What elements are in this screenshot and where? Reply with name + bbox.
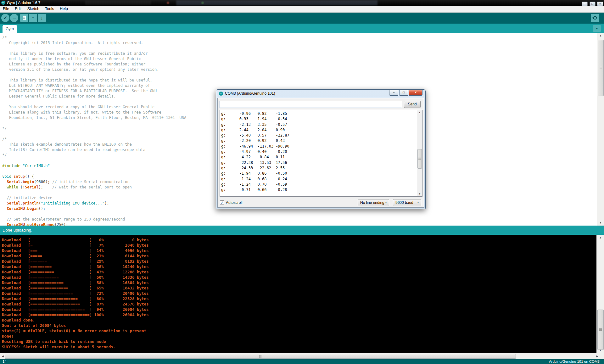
code-line (2, 211, 186, 217)
code-line (2, 72, 186, 78)
code-content: /* Copyright (c) 2015 Intel Corporation.… (2, 35, 186, 226)
console-line: Download [= ] 7% 2048 bytes (2, 243, 149, 248)
autoscroll-checkbox[interactable]: ✓ (220, 200, 224, 205)
serial-monitor-titlebar[interactable]: ∞ COM3 (Arduino/Genuino 101) – □ × (216, 90, 425, 98)
console-line: Download [============== ] 58% 16384 byt… (2, 280, 149, 285)
arduino-logo-icon: ∞ (1, 1, 5, 5)
console-line: Download [======================= ] 94% … (2, 307, 149, 312)
code-line: */ (2, 126, 186, 131)
send-button[interactable]: Send (404, 101, 421, 108)
scroll-down-icon[interactable]: ▼ (597, 349, 604, 352)
titlebar-ghost (176, 0, 378, 5)
horizontal-scrollbar-thumb[interactable] (5, 354, 516, 359)
status-message-bar: Done uploading. (0, 226, 604, 235)
code-line: but WITHOUT ANY WARRANTY; without even t… (2, 83, 186, 88)
maximize-button[interactable]: □ (400, 90, 408, 96)
scroll-down-icon[interactable]: ▼ (597, 221, 604, 224)
editor-scrollbar-thumb[interactable] (598, 40, 604, 96)
console-output: Download [ ] 0% 0 bytesDownload [= ] 7% … (0, 235, 596, 353)
baud-rate-value: 9600 baud (395, 200, 413, 205)
autoscroll-label: Autoscroll (226, 200, 243, 205)
console-line: Download [============ ] 50% 14336 bytes (2, 275, 149, 280)
scroll-right-icon[interactable]: ▶ (595, 355, 599, 358)
close-button[interactable]: × (409, 90, 422, 96)
serial-data-row: g: -1.94 0.86 -0.50 (221, 171, 289, 176)
serial-monitor-controls: ✓ Autoscroll No line ending ▼ 9600 baud … (218, 198, 424, 207)
new-document-icon (23, 16, 26, 20)
serial-vertical-scrollbar[interactable]: ▲ ▼ (417, 110, 422, 196)
upload-button[interactable]: → (10, 14, 18, 22)
serial-monitor-button[interactable] (591, 14, 599, 22)
console-line: Download [=== ] 14% 4096 bytes (2, 248, 149, 253)
serial-data-row: g: -24.33 -22.62 2.55 (221, 165, 289, 171)
scroll-up-icon[interactable]: ▲ (597, 34, 604, 37)
serial-data-row: g: 2.44 2.04 0.90 (221, 127, 289, 133)
console-vertical-scrollbar[interactable]: ▲ ▼ (596, 235, 604, 353)
menu-tools[interactable]: Tools (42, 6, 57, 11)
baud-rate-dropdown[interactable]: 9600 baud ▼ (393, 199, 421, 206)
console-line: Download [================ ] 65% 18432 b… (2, 285, 149, 291)
code-line: Copyright (c) 2015 Intel Corporation. Al… (2, 40, 186, 46)
serial-data-row: g: -1.24 0.70 -0.59 (221, 182, 289, 187)
scroll-down-icon[interactable]: ▼ (417, 193, 422, 195)
code-line: This sketch example demonstrates how the… (2, 142, 186, 147)
serial-data-row: g: -1.24 0.68 -0.24 (221, 176, 289, 182)
console-scrollbar-thumb[interactable] (597, 310, 604, 350)
maximize-button[interactable]: □ (590, 2, 596, 6)
console-line: Download [ ] 0% 0 bytes (2, 237, 149, 243)
serial-input-field[interactable] (220, 101, 402, 108)
chevron-down-icon: ▼ (596, 27, 599, 30)
tab-gyro[interactable]: Gyro (3, 25, 17, 33)
serial-data-row: g: -2.20 0.92 0.43 (221, 138, 289, 143)
console-line: Sent a total of 26084 bytes (2, 323, 149, 328)
code-line: MERCHANTABILITY or FITNESS FOR A PARTICU… (2, 88, 186, 94)
scroll-up-icon[interactable]: ▲ (417, 111, 422, 114)
line-ending-dropdown[interactable]: No line ending ▼ (358, 199, 389, 206)
code-line: This library is distributed in the hope … (2, 78, 186, 83)
new-sketch-button[interactable] (20, 14, 28, 22)
editor-vertical-scrollbar[interactable]: ▲ ▼ (597, 33, 604, 226)
minimize-button[interactable]: – (582, 2, 588, 6)
scroll-up-icon[interactable]: ▲ (597, 236, 604, 239)
save-sketch-button[interactable]: ↓ (38, 14, 46, 22)
tab-menu-button[interactable]: ▼ (593, 25, 601, 32)
menu-file[interactable]: File (0, 6, 12, 11)
serial-data-row: g: -5.40 0.57 -22.87 (221, 133, 289, 138)
window-controls: – □ × (581, 0, 603, 6)
open-sketch-button[interactable]: ↑ (29, 14, 37, 22)
console-line: Download [======= ] 29% 8192 bytes (2, 259, 149, 264)
serial-scrollbar-thumb[interactable] (417, 149, 422, 169)
code-line: CurieIMU.setGyroRange(250); (2, 222, 186, 226)
minimize-button[interactable]: – (389, 90, 398, 96)
menu-help[interactable]: Help (57, 6, 71, 11)
scrollbar-grip (418, 158, 421, 160)
code-line: Lesser General Public License for more d… (2, 94, 186, 99)
code-line: License along with this library; if not,… (2, 110, 186, 115)
board-port-indicator: Arduino/Genuino 101 on COM3 (549, 360, 600, 363)
console-line: Download [===================== ] 87% 24… (2, 301, 149, 307)
horizontal-scrollbar[interactable]: ◀ ▶ (0, 353, 604, 359)
code-line: /* (2, 137, 186, 142)
console-line: Download [================== ] 72% 20480… (2, 291, 149, 296)
menu-sketch[interactable]: Sketch (25, 6, 42, 11)
code-line: CurieIMU.begin(); (2, 206, 186, 211)
serial-data-row: g: -46.94 -117.03 -90.90 (221, 144, 289, 149)
close-button[interactable]: × (597, 2, 603, 6)
arduino-logo-icon: ∞ (219, 92, 223, 96)
verify-button[interactable]: ✓ (1, 14, 9, 22)
arduino-ide-window: ∞ Gyro | Arduino 1.6.7 – □ × FileEditSke… (0, 0, 604, 364)
status-message: Done uploading. (3, 228, 32, 232)
serial-data-row: g: -2.13 3.35 -0.57 (221, 122, 289, 127)
code-line: // Set the accelerometer range to 250 de… (2, 217, 186, 222)
console-lines: Download [ ] 0% 0 bytesDownload [= ] 7% … (2, 237, 149, 350)
serial-rows: g: -0.96 0.82 -1.85g: 0.33 1.94 -0.54g: … (221, 111, 289, 193)
code-line: This library is free software; you can r… (2, 51, 186, 56)
code-line: version 2.1 of the License, or (at your … (2, 67, 186, 72)
scroll-left-icon[interactable]: ◀ (1, 355, 5, 358)
menu-edit[interactable]: Edit (12, 6, 25, 11)
console-line: SUCCESS: Sketch will execute in about 5 … (2, 344, 149, 350)
arrow-right-icon: → (12, 15, 17, 20)
window-title: Gyro | Arduino 1.6.7 (7, 1, 41, 5)
arrow-up-icon: ↑ (32, 15, 34, 20)
console-line: Download [========= ] 36% 10240 bytes (2, 264, 149, 269)
